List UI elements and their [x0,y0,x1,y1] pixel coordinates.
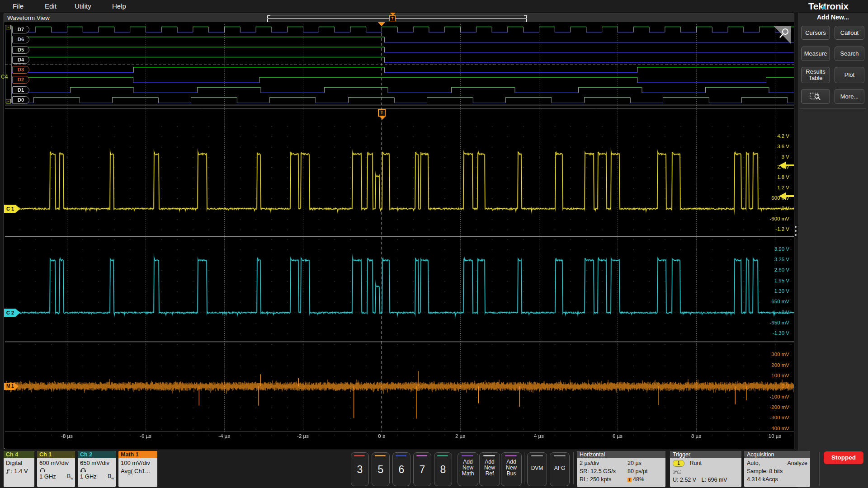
divider [455,452,455,484]
horizontal-scale: 2 µs/div [580,460,599,466]
c2-axis-label: 1.30 V [753,288,789,294]
edge-slope-icon [6,469,11,474]
run-stop-status-button[interactable]: Stopped [824,451,863,464]
ch4-badge[interactable]: Ch 4 Digital : 1.4 V [4,451,34,487]
menu-help[interactable]: Help [112,0,126,12]
cursors-button[interactable]: Cursors [801,26,830,40]
wave-button-6[interactable]: 6 [392,452,410,486]
digital-group-handle-bottom[interactable]: ≡ [6,99,11,103]
horizontal-sample-rate: SR: 12.5 GS/s [580,468,616,474]
m1-axis-label: -400 mV [753,426,789,431]
digital-label-d1[interactable]: D1 [12,86,29,94]
digital-group-source-label: C4 [1,74,8,80]
wave-button-7[interactable]: 7 [413,452,431,486]
trigger-panel-title: Trigger [670,451,741,458]
search-button[interactable]: Search [835,47,864,61]
probe-icon [39,466,46,472]
tektronix-logo: Tektronix [808,1,867,12]
trigger-source-row: 1 Runt [673,460,702,467]
digital-label-d2[interactable]: D2 [12,76,29,84]
splitter-drag-handle[interactable] [795,226,797,238]
minimap-trigger-marker[interactable]: T [389,15,396,21]
ch1-bandwidth: 1 GHz Bw [39,473,73,480]
plot-button[interactable]: Plot [835,67,864,83]
menu-file[interactable]: File [13,0,24,12]
c1-axis-label: 3 V [753,154,789,160]
minimap-right-bracket[interactable] [524,15,527,23]
box-zoom-button[interactable] [801,89,830,104]
magnifier-icon [774,26,791,44]
digital-label-d6[interactable]: D6 [12,36,29,43]
math1-badge-header: Math 1 [118,451,157,458]
time-axis-label: -6 µs [132,433,159,439]
horizontal-window: 20 µs [627,460,642,466]
acquisition-panel-title: Acquisition [744,451,810,458]
ch4-threshold: : 1.4 V [6,468,33,474]
minimap-left-bracket[interactable] [267,15,270,23]
add-new-header: Add New... [798,14,868,21]
horizontal-position-minimap[interactable]: T [267,15,527,21]
time-axis-label: 4 µs [525,433,552,439]
m1-axis-label: 100 mV [753,373,789,378]
digital-group-bracket[interactable]: ≡ ≡ [5,25,12,103]
c1-axis-label: 1.8 V [753,174,789,180]
trigger-panel[interactable]: Trigger 1 Runt U: 2.52 V L: 696 mV [670,451,741,487]
c1-axis-label: -1.2 V [753,226,789,232]
bottom-status-bar: Ch 4 Digital : 1.4 V Ch 1 600 mV/div 1 G… [0,450,798,488]
waveform-view-window: Waveform View T ≡ ≡ D7 D6 D5 D4 D3 D2 D1… [4,14,794,449]
digital-label-d4[interactable]: D4 [12,56,29,64]
acquisition-count: 4.314 kAcqs [747,476,778,483]
measure-button[interactable]: Measure [801,47,830,61]
logo-te: Te [808,1,818,11]
time-axis-label: 10 µs [761,433,788,439]
trigger-upper-level: U: 2.52 V [673,477,696,483]
trigger-flag[interactable]: T [378,109,386,117]
divider [819,452,820,486]
wave-button-5[interactable]: 5 [372,452,390,486]
acquisition-analyze: Analyze [788,460,807,466]
menu-edit[interactable]: Edit [45,0,57,12]
math1-scale: 100 mV/div [121,460,156,466]
math1-badge[interactable]: Math 1 100 mV/div Avg( Ch1... [118,451,157,487]
m1-axis-label: -200 mV [753,404,789,410]
menu-utility[interactable]: Utility [75,0,91,12]
digital-label-d7[interactable]: D7 [12,26,29,33]
digital-label-d0[interactable]: D0 [12,96,29,104]
trigger-lower-level: L: 696 mV [702,477,727,483]
more-button[interactable]: More... [835,89,864,104]
m1-axis-label: 200 mV [753,362,789,368]
runt-pulse-icon [673,468,682,474]
digital-label-d3[interactable]: D3 [12,66,29,74]
c1-axis-label: 3.6 V [753,144,789,149]
dvm-button[interactable]: DVM [527,452,547,486]
add-new-ref-button[interactable]: AddNewRef [479,452,500,486]
m1-axis-label: 0 V [753,383,789,389]
waveform-canvas[interactable] [5,22,794,449]
acquisition-sample: Sample: 8 bits [747,468,783,474]
ch1-badge[interactable]: Ch 1 600 mV/div 1 GHz Bw [37,451,75,487]
horizontal-panel[interactable]: Horizontal 2 µs/div 20 µs SR: 12.5 GS/s … [577,451,665,487]
acquisition-panel[interactable]: Acquisition Auto, Analyze Sample: 8 bits… [744,451,810,487]
m1-axis-label: -100 mV [753,394,789,399]
results-table-button[interactable]: Results Table [801,67,830,83]
digital-group-handle-top[interactable]: ≡ [6,25,11,29]
corner-zoom-flag[interactable] [774,26,791,46]
c2-axis-label: -1.30 V [753,330,789,336]
ch4-badge-header: Ch 4 [4,451,34,458]
runt-icon-row [673,468,682,475]
wave-button-3[interactable]: 3 [351,452,369,486]
ch2-badge[interactable]: Ch 2 650 mV/div 1 GHz Bw [78,451,116,487]
m1-axis-label: 300 mV [753,352,789,357]
divider [524,452,524,484]
digital-label-d5[interactable]: D5 [12,46,29,54]
afg-button[interactable]: AFG [550,452,570,486]
trigger-position-arrow-icon[interactable] [378,22,385,26]
minimap-track [267,18,527,19]
wave-button-8[interactable]: 8 [434,452,452,486]
add-new-bus-button[interactable]: AddNewBus [501,452,522,486]
add-new-math-button[interactable]: AddNewMath [458,452,478,486]
callout-button[interactable]: Callout [835,26,864,40]
sidebar-separator [800,108,866,109]
menu-bar: File Edit Utility Help [0,0,868,12]
c2-axis-label: 1.95 V [753,278,789,283]
